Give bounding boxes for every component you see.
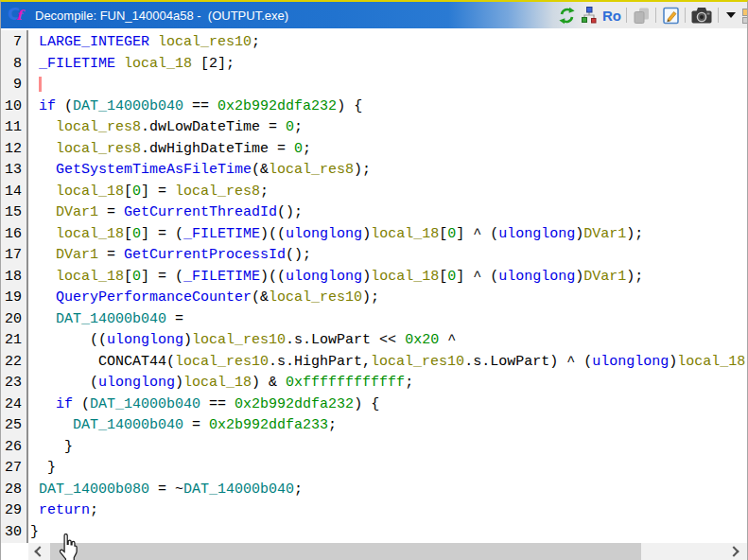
code-token[interactable]: [ <box>124 184 132 200</box>
code-token[interactable]: 0 <box>286 119 294 135</box>
code-token[interactable]: 0x2b992ddfa232 <box>235 396 354 412</box>
code-token[interactable]: CONCAT44( <box>98 354 175 370</box>
code-token[interactable]: ulonglong <box>286 226 362 242</box>
ro-icon[interactable]: Ro <box>600 5 623 26</box>
code-token[interactable]: return <box>39 502 90 518</box>
code-token[interactable]: } <box>47 460 56 476</box>
code-token[interactable]: ulonglong <box>107 332 183 348</box>
refresh-icon[interactable] <box>555 5 578 26</box>
code-token[interactable]: _FILETIME <box>39 56 115 72</box>
code-token[interactable]: 0 <box>294 141 303 157</box>
code-line[interactable] <box>30 75 747 96</box>
code-token[interactable]: (( <box>90 332 107 348</box>
code-token[interactable]: DVar1 <box>583 226 626 242</box>
code-token[interactable]: [ <box>439 269 447 285</box>
code-token[interactable]: ) { <box>337 98 362 114</box>
code-token[interactable]: LARGE_INTEGER <box>39 34 149 50</box>
code-token[interactable]: } <box>64 439 73 455</box>
code-token[interactable]: DVar1 <box>56 247 98 263</box>
code-token[interactable]: (& <box>252 289 269 306</box>
camera-snapshot-icon[interactable] <box>688 5 715 26</box>
code-token[interactable]: )(( <box>260 226 286 242</box>
code-token[interactable]: ; <box>260 184 269 200</box>
code-token[interactable]: ulonglong <box>98 375 175 391</box>
code-token[interactable]: .s.HighPart, <box>269 354 371 370</box>
code-token[interactable]: ) <box>175 375 183 391</box>
code-token[interactable]: local_res8 <box>175 184 260 200</box>
code-line[interactable]: (ulonglong)local_18) & 0xffffffffffff; <box>30 373 747 394</box>
code-line[interactable]: DAT_14000b040 = <box>30 309 747 331</box>
code-token[interactable]: ] = ( <box>141 226 183 242</box>
code-token[interactable]: 0 <box>447 226 456 242</box>
code-token[interactable]: if <box>39 98 56 114</box>
code-line[interactable]: local_res8.dwHighDateTime = 0; <box>30 139 747 161</box>
code-token[interactable]: 0 <box>132 269 141 285</box>
code-token[interactable]: 0x2b992ddfa232 <box>217 98 337 114</box>
code-line[interactable]: local_18[0] = (_FILETIME)((ulonglong)loc… <box>30 224 747 246</box>
code-token[interactable]: ; <box>294 481 303 498</box>
code-token[interactable]: local_res10 <box>175 354 269 370</box>
code-line[interactable]: if (DAT_14000b040 == 0x2b992ddfa232) { <box>30 394 747 416</box>
copy-icon[interactable] <box>630 5 652 26</box>
code-token[interactable]: DAT_14000b040 <box>56 311 166 327</box>
code-token[interactable]: (); <box>277 204 303 220</box>
code-token[interactable]: local_res10 <box>192 332 286 348</box>
code-token[interactable]: local_18 <box>56 269 124 285</box>
code-token[interactable]: ; <box>405 375 413 391</box>
code-line[interactable]: } <box>30 522 747 544</box>
code-line[interactable]: return; <box>30 500 747 522</box>
code-token[interactable]: local_res8 <box>56 141 141 157</box>
code-token[interactable]: ; <box>328 417 337 433</box>
code-token[interactable]: ; <box>90 502 98 518</box>
code-token[interactable]: ) <box>362 226 371 242</box>
code-token[interactable]: [ <box>439 226 447 242</box>
code-token[interactable]: )(( <box>260 269 286 285</box>
code-token[interactable]: ) <box>362 269 371 285</box>
code-token[interactable]: 0x2b992ddfa233 <box>209 417 328 433</box>
code-line[interactable]: } <box>30 437 747 459</box>
code-lines[interactable]: LARGE_INTEGER local_res10; _FILETIME loc… <box>28 30 747 543</box>
code-token[interactable] <box>115 56 124 72</box>
code-token[interactable]: ] ^ ( <box>456 226 498 242</box>
code-token[interactable]: == <box>183 98 217 114</box>
code-token[interactable]: [ <box>124 226 132 242</box>
code-token[interactable]: = <box>98 247 124 263</box>
code-token[interactable]: local_res10 <box>158 34 252 50</box>
code-token[interactable]: local_18 <box>371 226 439 242</box>
code-token[interactable]: (); <box>286 247 311 263</box>
code-line[interactable]: local_18[0] = (_FILETIME)((ulonglong)loc… <box>30 267 747 289</box>
code-token[interactable]: .s.LowPart << <box>286 332 405 348</box>
code-token[interactable]: local_18 <box>183 375 252 391</box>
clipped-icon[interactable] <box>740 6 747 25</box>
scroll-left-button[interactable] <box>28 543 49 560</box>
panel-titlebar[interactable]: C f Decompile: FUN_140004a58 - (OUTPUT.e… <box>1 2 747 28</box>
code-token[interactable]: ( <box>56 98 73 114</box>
code-token[interactable]: ^ <box>439 332 456 348</box>
code-token[interactable]: = <box>183 417 209 433</box>
code-token[interactable]: GetCurrentThreadId <box>124 204 277 220</box>
code-token[interactable]: ) <box>669 354 677 370</box>
code-token[interactable]: ] = <box>141 184 175 200</box>
code-token[interactable]: local_18 <box>677 354 745 370</box>
code-token[interactable]: ); <box>354 162 371 178</box>
code-token[interactable]: ) & <box>252 375 286 391</box>
code-token[interactable]: ); <box>626 226 643 242</box>
code-token[interactable]: _FILETIME <box>183 226 260 242</box>
code-line[interactable]: ((ulonglong)local_res10.s.LowPart << 0x2… <box>30 330 747 352</box>
code-token[interactable]: QueryPerformanceCounter <box>56 289 252 306</box>
code-token[interactable]: ( <box>73 396 90 412</box>
code-line[interactable]: DVar1 = GetCurrentProcessId(); <box>30 245 747 267</box>
code-token[interactable]: DAT_14000b040 <box>183 481 294 498</box>
code-token[interactable]: ) { <box>354 396 379 412</box>
code-token[interactable]: local_18 <box>56 226 124 242</box>
code-token[interactable]: local_18 <box>56 184 124 200</box>
code-line[interactable]: if (DAT_14000b040 == 0x2b992ddfa232) { <box>30 96 747 118</box>
code-line[interactable]: local_18[0] = local_res8; <box>30 182 747 203</box>
code-token[interactable]: if <box>56 396 73 412</box>
code-token[interactable]: = ~ <box>149 481 183 498</box>
code-token[interactable]: local_18 <box>371 269 439 285</box>
code-token[interactable]: 0x20 <box>405 332 439 348</box>
scroll-right-button[interactable] <box>724 543 745 560</box>
code-line[interactable]: LARGE_INTEGER local_res10; <box>30 32 747 54</box>
code-token[interactable]: local_res10 <box>269 289 362 306</box>
